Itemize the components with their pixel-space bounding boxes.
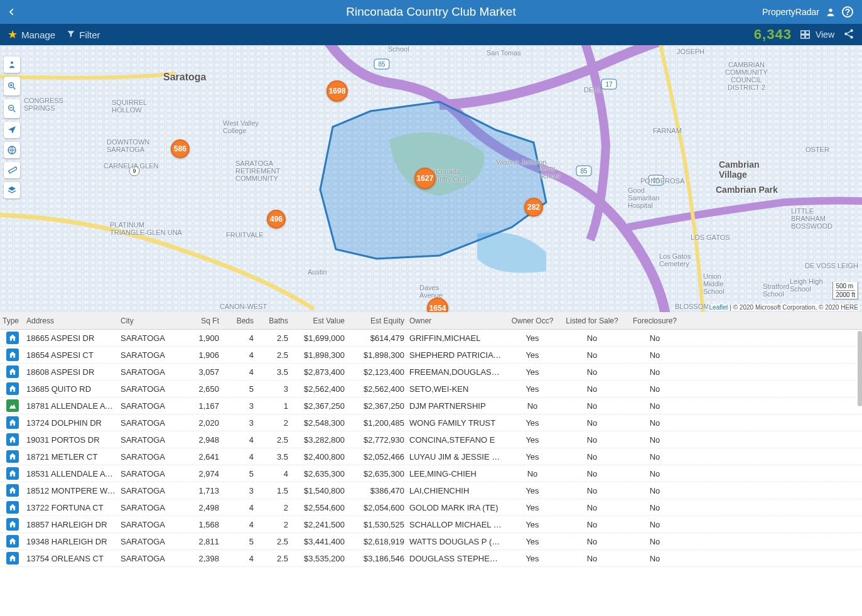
cell-sqft: 2,020 [181,418,222,428]
col-foreclosure[interactable]: Foreclosure? [623,316,686,325]
map-cluster[interactable]: 496 [267,210,286,229]
col-owner[interactable]: Owner [407,316,504,325]
svg-point-0 [829,9,832,12]
manage-button[interactable]: ★ Manage [8,28,55,41]
table-row[interactable]: 18512 MONTPERE WAYSARATOGA1,71331.5$1,54… [0,482,862,499]
help-icon[interactable]: ? [842,6,853,18]
star-icon: ★ [8,28,18,41]
scrollbar[interactable] [858,331,862,406]
property-type-icon [6,399,19,412]
col-address[interactable]: Address [24,316,118,325]
table-row[interactable]: 13754 ORLEANS CTSARATOGA2,39842.5$3,535,… [0,550,862,567]
layers-button[interactable] [4,182,20,198]
col-listed[interactable]: Listed for Sale? [561,316,623,325]
cell-beds: 4 [222,367,256,377]
col-estvalue[interactable]: Est Value [291,316,347,325]
map-label: Leigh High School [790,278,823,293]
map-cluster[interactable]: 282 [524,198,543,217]
leaflet-link[interactable]: Leaflet [709,304,728,311]
cell-estequity: $2,635,300 [347,469,407,478]
cell-estequity: $614,479 [347,333,407,343]
cell-foreclosure: No [623,452,686,462]
view-button[interactable]: View [800,30,834,40]
table-row[interactable]: 18665 ASPESI DRSARATOGA1,90042.5$1,699,0… [0,330,862,347]
cell-estequity: $2,123,400 [347,367,407,377]
cell-address: 18654 ASPESI CT [24,350,118,360]
brand-label[interactable]: PropertyRadar [762,7,819,17]
identify-tool[interactable] [4,57,20,73]
map-view[interactable]: 85 85 17 85 9 Saratoga San Tomas School … [0,45,862,312]
cell-city: SARATOGA [118,537,181,546]
cell-owner-occ: Yes [504,537,561,546]
zoom-out-button[interactable] [4,99,20,118]
cell-beds: 3 [222,486,256,495]
cell-estvalue: $2,562,400 [291,384,347,394]
cell-owner-occ: Yes [504,520,561,529]
cell-owner-occ: Yes [504,333,561,343]
cell-baths: 2 [256,520,291,529]
cell-estequity: $2,772,930 [347,435,407,445]
map-label: Good Samaritan Hospital [628,186,659,209]
table-row[interactable]: 19348 HARLEIGH DRSARATOGA2,81152.5$3,441… [0,533,862,550]
table-row[interactable]: 18654 ASPESI CTSARATOGA1,90642.5$1,898,3… [0,347,862,364]
cell-city: SARATOGA [118,418,181,428]
table-row[interactable]: 13685 QUITO RDSARATOGA2,65053$2,562,400$… [0,381,862,397]
cell-sqft: 2,498 [181,503,222,512]
table-row[interactable]: 13722 FORTUNA CTSARATOGA2,49842$2,554,60… [0,499,862,516]
table-row[interactable]: 18721 METLER CTSARATOGA2,64143.5$2,400,8… [0,448,862,465]
cell-owner: CONCINA,STEFANO E [407,435,504,445]
map-scale: 500 m 2000 ft [832,282,858,300]
share-button[interactable] [843,28,854,41]
back-button[interactable] [0,0,24,24]
cell-address: 13724 DOLPHIN DR [24,418,118,428]
cell-address: 18512 MONTPERE WAY [24,486,118,495]
table-row[interactable]: 18531 ALLENDALE AVESARATOGA2,97454$2,635… [0,465,862,482]
col-type[interactable]: Type [0,316,24,325]
map-cluster[interactable]: 1627 [414,168,436,189]
cell-estequity: $2,618,919 [347,537,407,546]
cell-owner-occ: Yes [504,452,561,462]
property-type-icon [6,332,19,344]
measure-button[interactable] [4,162,20,178]
user-icon[interactable] [826,7,836,17]
map-label: West Valley College [223,119,259,134]
locate-button[interactable] [4,122,20,138]
cell-foreclosure: No [623,367,686,377]
cell-beds: 4 [222,554,256,563]
cell-owner-occ: Yes [504,384,561,394]
basemap-button[interactable] [4,142,20,158]
map-label: Austin [308,268,327,276]
result-count: 6,343 [754,26,792,43]
svg-rect-4 [805,35,809,38]
cell-listed: No [561,367,623,377]
results-table[interactable]: Type Address City Sq Ft Beds Baths Est V… [0,312,862,616]
cell-address: 13754 ORLEANS CT [24,554,118,563]
table-row[interactable]: 13724 DOLPHIN DRSARATOGA2,02032$2,548,30… [0,414,862,431]
table-row[interactable]: 18781 ALLENDALE AVESARATOGA1,16731$2,367… [0,397,862,414]
col-owner-occ[interactable]: Owner Occ? [504,316,561,325]
col-sqft[interactable]: Sq Ft [181,316,222,325]
map-label: FARNAM [653,127,682,134]
col-estequity[interactable]: Est Equity [347,316,407,325]
cell-estequity: $3,186,546 [347,554,407,563]
cell-city: SARATOGA [118,452,181,462]
table-row[interactable]: 18608 ASPESI DRSARATOGA3,05743.5$2,873,4… [0,364,862,381]
table-row[interactable]: 19031 PORTOS DRSARATOGA2,94842.5$3,282,8… [0,431,862,448]
cell-owner-occ: Yes [504,486,561,495]
table-row[interactable]: 18857 HARLEIGH DRSARATOGA1,56842$2,241,5… [0,516,862,533]
share-icon [843,28,854,40]
cell-city: SARATOGA [118,350,181,360]
cell-sqft: 1,906 [181,350,222,360]
cell-listed: No [561,401,623,411]
col-baths[interactable]: Baths [256,316,291,325]
col-beds[interactable]: Beds [222,316,256,325]
filter-button[interactable]: Filter [67,30,100,40]
map-cluster[interactable]: 586 [171,139,190,158]
cell-foreclosure: No [623,333,686,343]
svg-rect-35 [9,167,17,173]
cell-sqft: 1,900 [181,333,222,343]
zoom-in-button[interactable] [4,77,20,95]
col-city[interactable]: City [118,316,181,325]
map-label: Saratoga [163,72,206,83]
map-cluster[interactable]: 1698 [326,80,348,102]
